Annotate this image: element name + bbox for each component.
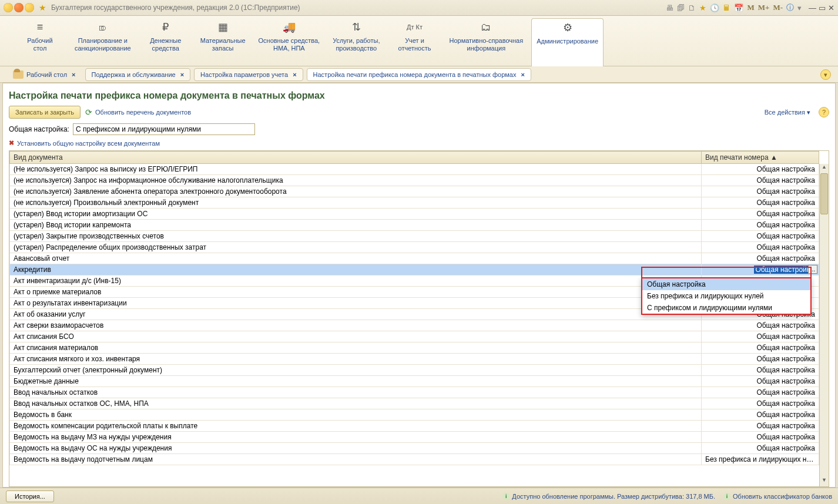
- scrollbar-thumb[interactable]: [820, 173, 828, 214]
- table-row[interactable]: Акт сверки взаиморасчетовОбщая настройка: [10, 320, 819, 331]
- general-setting-input[interactable]: [73, 123, 255, 135]
- window-button-2[interactable]: [14, 3, 24, 12]
- scroll-up-icon[interactable]: ▲: [820, 164, 829, 173]
- table-row[interactable]: Бюджетные данныеОбщая настройка: [10, 376, 819, 387]
- cell-print-type[interactable]: Общая настройка: [702, 209, 819, 220]
- favorite-star-icon[interactable]: ★: [39, 3, 46, 12]
- cell-print-type[interactable]: Общая настройка: [702, 253, 819, 264]
- page-icon[interactable]: 🗋: [688, 4, 696, 12]
- table-row[interactable]: (Не используется) Запрос на выписку из Е…: [10, 164, 819, 175]
- tab-close-icon[interactable]: ×: [293, 71, 296, 78]
- table-row[interactable]: Ведомость на выдачу подотчетным лицамБез…: [10, 454, 819, 465]
- memory-m-button[interactable]: M: [747, 3, 754, 12]
- cell-print-type[interactable]: Общая настройка: [702, 409, 819, 421]
- table-row[interactable]: (не используется) Произвольный электронн…: [10, 197, 819, 209]
- table-row[interactable]: (не используется) Запрос на информационн…: [10, 175, 819, 186]
- cell-print-type[interactable]: Общая настройка...: [702, 264, 819, 275]
- cell-print-type[interactable]: Общая настройка: [702, 342, 819, 354]
- tab-close-icon[interactable]: ×: [180, 71, 184, 78]
- info-icon[interactable]: ⓘ: [786, 2, 794, 13]
- cell-print-type[interactable]: Общая настройка: [702, 186, 819, 197]
- cell-print-type[interactable]: Общая настройка: [702, 331, 819, 342]
- nav-assets[interactable]: 🚚Основные средства, НМА, НПА: [254, 21, 325, 52]
- nav-admin[interactable]: ⚙Администрирование: [531, 18, 604, 66]
- cell-print-type[interactable]: Общая настройка: [702, 443, 819, 454]
- cell-print-type[interactable]: Общая настройка: [702, 231, 819, 242]
- cell-print-type[interactable]: Общая настройка: [702, 398, 819, 409]
- table-row[interactable]: Ввод начальных остатков ОС, НМА, НПАОбща…: [10, 398, 819, 409]
- tab-close-icon[interactable]: ×: [72, 71, 75, 78]
- cell-print-type[interactable]: Общая настройка: [702, 164, 819, 175]
- cell-print-type[interactable]: Общая настройка: [702, 354, 819, 365]
- history-button[interactable]: История...: [6, 490, 54, 502]
- print-type-dropdown[interactable]: Общая настройка Без префикса и лидирующи…: [641, 277, 812, 315]
- nav-money[interactable]: ₽Денежные средства: [139, 21, 192, 52]
- cell-print-type[interactable]: Общая настройка: [702, 376, 819, 387]
- col-print-type[interactable]: Вид печати номера ▲: [702, 152, 819, 164]
- table-row[interactable]: Авансовый отчетОбщая настройка: [10, 253, 819, 264]
- apply-all-button[interactable]: ✖Установить общую настройку всем докумен…: [9, 139, 160, 147]
- vertical-scrollbar[interactable]: ▲ ▼: [819, 164, 829, 486]
- cell-print-type[interactable]: Общая настройка: [702, 387, 819, 398]
- notifications-button[interactable]: ▾: [820, 69, 831, 80]
- table-row[interactable]: Ведомость на выдачу ОС на нужды учрежден…: [10, 443, 819, 454]
- star2-icon[interactable]: ★: [699, 4, 706, 12]
- cell-print-type[interactable]: Общая настройка: [702, 365, 819, 376]
- all-actions-button[interactable]: Все действия ▾: [765, 109, 810, 116]
- calendar-icon[interactable]: 📅: [734, 4, 743, 12]
- help-button[interactable]: ?: [819, 107, 829, 117]
- table-row[interactable]: Акт списания мягкого и хоз. инвентаряОбщ…: [10, 354, 819, 365]
- minimize-icon[interactable]: —: [809, 4, 816, 12]
- tab-close-icon[interactable]: ×: [521, 71, 524, 78]
- table-row[interactable]: (не используется) Заявление абонента опе…: [10, 186, 819, 197]
- table-row[interactable]: Ведомость компенсации родительской платы…: [10, 421, 819, 432]
- table-row[interactable]: (устарел) Ввод истории капремонтаОбщая н…: [10, 220, 819, 231]
- table-row[interactable]: Акт списания БСООбщая настройка: [10, 331, 819, 342]
- nav-planning[interactable]: ⎄Планирование и санкционирование: [70, 21, 136, 52]
- cell-edit-button[interactable]: ...: [808, 265, 817, 274]
- dropdown-icon[interactable]: ▾: [797, 4, 802, 12]
- cell-print-type[interactable]: Общая настройка: [702, 320, 819, 331]
- window-button-3[interactable]: [25, 3, 34, 12]
- table-row[interactable]: Бухгалтерский отчет (электронный докумен…: [10, 365, 819, 376]
- window-button-1[interactable]: [4, 3, 13, 12]
- save-close-button[interactable]: Записать и закрыть: [9, 106, 81, 119]
- update-available-link[interactable]: iДоступно обновление программы. Размер д…: [502, 493, 715, 500]
- table-row[interactable]: Ведомость в банкОбщая настройка: [10, 409, 819, 421]
- cell-print-type[interactable]: Общая настройка: [702, 242, 819, 253]
- tab-params[interactable]: Настройка параметров учета×: [194, 68, 303, 81]
- cell-print-type[interactable]: Общая настройка: [702, 175, 819, 186]
- nav-materials[interactable]: ▦Материальные запасы: [196, 21, 250, 52]
- memory-mplus-button[interactable]: M+: [758, 3, 770, 12]
- cell-print-type[interactable]: Без префикса и лидирующих нулей: [702, 454, 819, 465]
- refresh-list-button[interactable]: ⟳Обновить перечень документов: [85, 107, 191, 117]
- table-row[interactable]: Акт списания материаловОбщая настройка: [10, 342, 819, 354]
- table-row[interactable]: (устарел) Закрытие производственных счет…: [10, 231, 819, 242]
- update-classifier-link[interactable]: iОбновить классификатор банков: [723, 493, 832, 500]
- print-icon[interactable]: 🖶: [666, 4, 673, 12]
- table-row[interactable]: Ввод начальных остатковОбщая настройка: [10, 387, 819, 398]
- nav-accounting[interactable]: Дт КтУчет и отчетность: [388, 21, 441, 52]
- cell-print-type[interactable]: Общая настройка: [702, 197, 819, 209]
- doc-icon[interactable]: 🗐: [677, 4, 685, 12]
- tab-desktop[interactable]: Рабочий стол×: [7, 68, 82, 81]
- nav-reference[interactable]: 🗂Нормативно-справочная информация: [444, 21, 528, 52]
- memory-mminus-button[interactable]: M-: [773, 3, 783, 12]
- dropdown-option-general[interactable]: Общая настройка: [642, 278, 810, 290]
- calc-icon[interactable]: 🖩: [723, 4, 730, 12]
- cell-print-type[interactable]: Общая настройка: [702, 421, 819, 432]
- nav-services[interactable]: ⇅Услуги, работы, производство: [328, 21, 384, 52]
- scroll-down-icon[interactable]: ▼: [820, 477, 829, 486]
- table-row[interactable]: Ведомость на выдачу МЗ на нужды учрежден…: [10, 432, 819, 443]
- tab-support[interactable]: Поддержка и обслуживание×: [85, 68, 191, 81]
- table-row[interactable]: (устарел) Ввод истории амортизации ОСОбщ…: [10, 209, 819, 220]
- dropdown-option-withprefix[interactable]: С префиксом и лидирующими нулями: [642, 302, 810, 314]
- table-row[interactable]: АккредитивОбщая настройка...: [10, 264, 819, 275]
- dropdown-option-noprefix[interactable]: Без префикса и лидирующих нулей: [642, 290, 810, 302]
- maximize-icon[interactable]: ▭: [819, 4, 826, 12]
- tab-prefix-settings[interactable]: Настройка печати префикса номера докумен…: [307, 68, 531, 81]
- table-row[interactable]: (устарел) Распределение общих производст…: [10, 242, 819, 253]
- cell-print-type[interactable]: Общая настройка: [702, 220, 819, 231]
- close-icon[interactable]: ✕: [828, 4, 834, 12]
- history-icon[interactable]: 🕓: [710, 4, 719, 12]
